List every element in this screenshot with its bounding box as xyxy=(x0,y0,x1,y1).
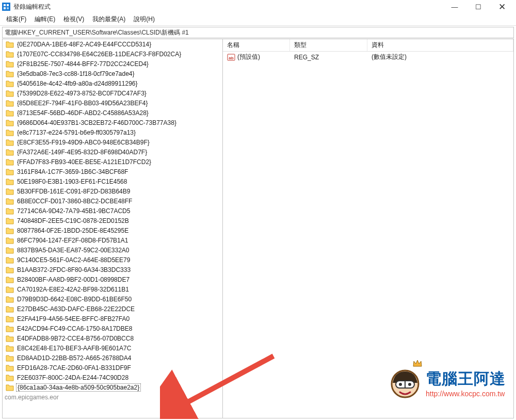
folder-icon xyxy=(6,217,14,224)
window-controls: — ☐ ✕ xyxy=(443,0,514,13)
tree-item[interactable]: {0E270DAA-1BE6-48F2-AC49-E44FCCCD5314} xyxy=(3,39,222,49)
folder-icon xyxy=(6,286,14,293)
value-type: REG_SZ xyxy=(290,54,367,61)
tree-label: E2FA41F9-4A56-54EE-BFFC-8FB27FA0 xyxy=(16,315,131,322)
tree-item[interactable]: 50E198F0-E3B1-1903-EF61-FC1E4568 xyxy=(3,176,222,186)
folder-icon xyxy=(6,325,14,332)
folder-icon xyxy=(6,109,14,117)
svg-rect-0 xyxy=(4,4,6,6)
tree-label: E8C42E48-E170-BEF3-AAFB-9E601A7C xyxy=(16,345,132,352)
tree-item[interactable]: D79B9D3D-6642-E08C-B9DD-61BE6F50 xyxy=(3,294,222,304)
tree-item[interactable]: {75399D28-E622-4973-8752-BC0F7DC47AF3} xyxy=(3,88,222,98)
tree-item[interactable]: {FFAD7F83-FB93-40EE-BE5E-A121E1D7FCD2} xyxy=(3,157,222,167)
tree-item[interactable]: E27DB45C-A63D-DAFC-EB68-22E22DCE xyxy=(3,304,222,314)
folder-icon xyxy=(6,158,14,166)
tree-item[interactable]: E4DFADB8-9B72-CCE4-B756-07D0BCC8 xyxy=(3,333,222,343)
menu-help[interactable]: 說明(H) xyxy=(130,14,159,25)
tree-label: 5B30FFDB-161E-C091-8F2D-D83B64B9 xyxy=(16,188,131,195)
tree-item[interactable]: E2FA41F9-4A56-54EE-BFFC-8FB27FA0 xyxy=(3,314,222,324)
tree-item[interactable]: 9C140CE5-561F-0AC2-A64E-88D5EE79 xyxy=(3,255,222,265)
content-area: {0E270DAA-1BE6-48F2-AC49-E44FCCCD5314}{1… xyxy=(2,39,514,418)
tree-label-editing[interactable]: {86ca1aa0-34aa-4e8b-a509-50c905bae2a2} xyxy=(16,383,141,392)
tree-item-editing[interactable]: {86ca1aa0-34aa-4e8b-a509-50c905bae2a2} xyxy=(3,382,222,392)
folder-icon xyxy=(6,315,14,322)
tree-label: 86FC7904-1247-EF2F-08D8-FD57B1A1 xyxy=(16,237,129,244)
tree-scroll[interactable]: {0E270DAA-1BE6-48F2-AC49-E44FCCCD5314}{1… xyxy=(3,39,222,418)
tree-item[interactable]: EFD16A28-7CAE-2D60-0FA1-B331DF9F xyxy=(3,363,222,373)
tree-item[interactable]: CA70192A-E8E2-42A2-BF98-32D611B1 xyxy=(3,284,222,294)
tree-item[interactable]: com.epicgames.eor xyxy=(3,392,222,402)
tree-label: 8837B9A5-DA3E-EA87-59C2-00E332A0 xyxy=(16,247,130,254)
tree-label: 72714C6A-9D42-7A79-45B1-9BC7ACD5 xyxy=(16,207,131,215)
tree-label: 740848DF-2EE5-C19C-0878-2ED0152B xyxy=(16,217,130,224)
tree-item[interactable]: E42ACD94-FC49-CCA6-1750-8A17DBE8 xyxy=(3,324,222,333)
tree-item[interactable]: 5B30FFDB-161E-C091-8F2D-D83B64B9 xyxy=(3,186,222,196)
tree-item[interactable]: {8713E54F-56BD-46DF-ABD2-C45886A53A28} xyxy=(3,108,222,118)
tree-label: ED8AAD1D-22BB-B572-A665-26788DA4 xyxy=(16,354,132,362)
tree-item[interactable]: {2F81B25E-7507-4844-BFF2-77D2CC24CED4} xyxy=(3,59,222,69)
close-button[interactable]: ✕ xyxy=(490,0,514,13)
folder-icon xyxy=(6,207,14,215)
tree-label: B28400BF-AA8D-9BF2-00D1-08998DE7 xyxy=(16,276,131,283)
tree-item[interactable]: E8C42E48-E170-BEF3-AAFB-9E601A7C xyxy=(3,343,222,353)
menu-file[interactable]: 檔案(F) xyxy=(2,14,30,25)
string-value-icon: ab xyxy=(227,53,235,61)
menu-view[interactable]: 檢視(V) xyxy=(59,14,88,25)
folder-icon xyxy=(6,90,14,97)
folder-icon xyxy=(6,129,14,136)
values-panel: 名稱 類型 資料 ab (預設值) REG_SZ (數值未設定) xyxy=(223,39,514,418)
menu-edit[interactable]: 編輯(E) xyxy=(30,14,59,25)
column-name[interactable]: 名稱 xyxy=(223,39,290,51)
value-row[interactable]: ab (預設值) REG_SZ (數值未設定) xyxy=(223,52,513,62)
values-header: 名稱 類型 資料 xyxy=(223,39,513,52)
tree-item[interactable]: ED8AAD1D-22BB-B572-A665-26788DA4 xyxy=(3,353,222,363)
tree-item[interactable]: 86FC7904-1247-EF2F-08D8-FD57B1A1 xyxy=(3,235,222,245)
maximize-button[interactable]: ☐ xyxy=(466,0,490,13)
folder-icon xyxy=(6,345,14,352)
svg-text:ab: ab xyxy=(229,56,233,60)
tree-item[interactable]: B28400BF-AA8D-9BF2-00D1-08998DE7 xyxy=(3,274,222,284)
tree-item[interactable]: {5405618e-4c42-4fb9-a80a-d24d89911296} xyxy=(3,78,222,88)
value-name: (預設值) xyxy=(237,53,260,61)
folder-icon xyxy=(6,168,14,175)
menu-favorites[interactable]: 我的最愛(A) xyxy=(88,14,130,25)
tree-item[interactable]: 80877864-0F2E-1BDD-25DE-8E45295E xyxy=(3,225,222,235)
address-path: 電腦\HKEY_CURRENT_USER\Software\Classes\CL… xyxy=(5,28,189,37)
svg-rect-1 xyxy=(7,4,9,6)
tree-item[interactable]: {3e5dba08-7ec3-cc88-1f18-0cf79ce7ade4} xyxy=(3,69,222,78)
tree-item[interactable]: {9686D064-40E937B1-3CB2EB72-F46D700C-73B… xyxy=(3,118,222,127)
tree-label: {FA372A6E-149F-4E95-832D-8F698D40AD7F} xyxy=(16,149,148,156)
tree-item[interactable]: {85D8EE2F-794F-41F0-BB03-49D56A23BEF4} xyxy=(3,98,222,108)
tree-item[interactable]: F2E6037F-800C-24DA-E244-74C90D28 xyxy=(3,373,222,382)
tree-item[interactable]: B1AAB372-2FDC-8F80-6A34-3B3DC333 xyxy=(3,265,222,274)
address-bar[interactable]: 電腦\HKEY_CURRENT_USER\Software\Classes\CL… xyxy=(2,27,514,38)
folder-icon xyxy=(6,237,14,244)
minimize-button[interactable]: — xyxy=(443,0,466,13)
folder-icon xyxy=(6,51,14,58)
folder-icon xyxy=(6,178,14,185)
tree-item[interactable]: 8837B9A5-DA3E-EA87-59C2-00E332A0 xyxy=(3,245,222,255)
tree-label: 3161F84A-1C7F-3659-1B6C-34BCF68F xyxy=(16,168,129,175)
tree-label: {e8c77137-e224-5791-b6e9-ff0305797a13} xyxy=(16,129,137,136)
folder-icon xyxy=(6,149,14,156)
value-data: (數值未設定) xyxy=(367,53,513,61)
tree-label: {0E270DAA-1BE6-48F2-AC49-E44FCCCD5314} xyxy=(16,41,152,48)
tree-item[interactable]: 3161F84A-1C7F-3659-1B6C-34BCF68F xyxy=(3,167,222,176)
folder-icon xyxy=(6,335,14,342)
tree-item[interactable]: 6B8E0CCF-D017-3860-8BC2-DCBE48FF xyxy=(3,196,222,206)
column-data[interactable]: 資料 xyxy=(367,39,513,51)
column-type[interactable]: 類型 xyxy=(290,39,367,51)
folder-icon xyxy=(6,198,14,205)
tree-item[interactable]: {E8CF3E55-F919-49D9-ABC0-948E6CB34B9F} xyxy=(3,137,222,147)
svg-rect-2 xyxy=(4,7,6,9)
tree-item[interactable]: 72714C6A-9D42-7A79-45B1-9BC7ACD5 xyxy=(3,206,222,216)
tree-item[interactable]: {e8c77137-e224-5791-b6e9-ff0305797a13} xyxy=(3,127,222,137)
tree-item[interactable]: 740848DF-2EE5-C19C-0878-2ED0152B xyxy=(3,216,222,225)
tree-label: E4DFADB8-9B72-CCE4-B756-07D0BCC8 xyxy=(16,335,135,342)
folder-icon xyxy=(6,70,14,77)
tree-item[interactable]: {FA372A6E-149F-4E95-832D-8F698D40AD7F} xyxy=(3,147,222,157)
folder-icon xyxy=(6,364,14,371)
tree-label: {9686D064-40E937B1-3CB2EB72-F46D700C-73B… xyxy=(16,119,178,126)
tree-item[interactable]: {1707E07C-CC834798-E64C26EB-11DEACF3-F8F… xyxy=(3,49,222,59)
menu-bar: 檔案(F) 編輯(E) 檢視(V) 我的最愛(A) 說明(H) xyxy=(0,13,516,26)
